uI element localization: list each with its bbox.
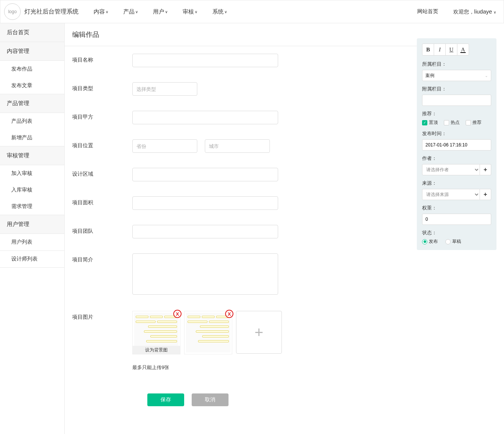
label-project-owner: 项目甲方 [72,111,132,121]
label-publish-time: 发布时间： [422,130,491,137]
site-title: 灯光社后台管理系统 [24,8,79,16]
side-panel: B I U A 所属栏目： 案例 ⌄ 附属栏目： 推荐： 置顶 热点 推荐 发布… [417,38,496,250]
label-project-intro: 项目简介 [72,253,132,263]
label-status: 状态： [422,229,491,236]
delete-image-button[interactable]: X [173,310,182,318]
sidebar-audit-head[interactable]: 审核管理 [0,146,64,165]
chevron-down-icon: ∨ [224,10,227,14]
sidebar-item-user-list[interactable]: 用户列表 [0,234,64,251]
image-thumb[interactable]: X 设为背景图 [132,311,180,354]
radio-draft[interactable]: 草稿 [445,238,461,245]
nav-audit[interactable]: 审核∨ [183,8,197,15]
project-owner-input[interactable] [132,111,278,124]
label-source: 来源： [422,180,491,187]
bold-button[interactable]: B [422,44,434,56]
sidebar-item-publish-article[interactable]: 发布文章 [0,77,64,94]
project-size-input[interactable] [132,196,278,210]
radio-publish[interactable]: 发布 [422,238,438,245]
label-project-location: 项目位置 [72,139,132,149]
delete-image-button[interactable]: X [225,310,233,318]
user-menu[interactable]: 欢迎您，liudaye ∨ [453,8,496,15]
province-input[interactable] [132,139,197,153]
label-project-size: 项目面积 [72,196,132,206]
sidebar-item-join-audit[interactable]: 加入审核 [0,165,64,182]
chevron-down-icon: ∨ [493,10,496,14]
sidebar-item-add-product[interactable]: 新增产品 [0,130,64,146]
attach-input[interactable] [422,95,491,106]
add-source-button[interactable]: + [480,189,491,200]
header: logo 灯光社后台管理系统 内容∨ 产品∨ 用户∨ 审核∨ 系统∨ 网站首页 … [0,0,504,23]
font-color-button[interactable]: A [457,44,469,56]
label-design-area: 设计区域 [72,168,132,178]
project-name-input[interactable] [132,54,278,67]
logo: logo [4,3,21,20]
image-hint: 最多只能上传9张 [132,364,409,371]
sidebar-user-head[interactable]: 用户管理 [0,215,64,234]
top-nav: 内容∨ 产品∨ 用户∨ 审核∨ 系统∨ [94,8,227,15]
checkbox-top[interactable]: 置顶 [422,119,438,126]
plus-icon: + [254,325,263,340]
label-project-type: 项目类型 [72,82,132,92]
sidebar-item-stock-audit[interactable]: 入库审核 [0,182,64,198]
checkbox-recommend[interactable]: 推荐 [466,119,481,126]
project-intro-textarea[interactable] [132,253,278,295]
underline-button[interactable]: U [445,44,457,56]
author-select[interactable]: 请选择作者 [422,164,480,175]
project-type-select[interactable] [132,82,197,96]
label-project-name: 项目名称 [72,54,132,63]
set-background-button[interactable]: 设为背景图 [133,346,180,354]
image-thumb[interactable]: X [184,311,232,354]
label-author: 作者： [422,155,491,162]
image-preview [186,313,230,353]
sidebar-content-head[interactable]: 内容管理 [0,42,64,61]
city-input[interactable] [205,139,270,153]
project-team-input[interactable] [132,225,278,238]
sidebar-home[interactable]: 后台首页 [0,23,64,42]
cancel-button[interactable]: 取消 [192,393,229,406]
page-title: 编辑作品 [65,23,417,46]
label-attach: 附属栏目： [422,86,491,92]
source-select[interactable]: 请选择来源 [422,189,480,200]
checkbox-hot[interactable]: 热点 [444,119,460,126]
category-select[interactable]: 案例 ⌄ [422,70,491,81]
sidebar-item-demand[interactable]: 需求管理 [0,198,64,215]
form-area: 编辑作品 项目名称 项目类型 项目甲方 项目位置 设计区域 [65,23,417,434]
sidebar-item-product-list[interactable]: 产品列表 [0,113,64,130]
chevron-down-icon: ∨ [135,10,138,14]
label-project-images: 项目图片 [72,311,132,321]
label-weight: 权重： [422,205,491,211]
label-project-team: 项目团队 [72,225,132,235]
sidebar-item-designer-list[interactable]: 设计师列表 [0,251,64,268]
sidebar-item-publish-work[interactable]: 发布作品 [0,61,64,77]
site-home-link[interactable]: 网站首页 [417,8,438,15]
add-image-button[interactable]: + [236,311,282,354]
nav-user[interactable]: 用户∨ [153,8,168,15]
save-button[interactable]: 保存 [147,393,184,406]
weight-input[interactable] [422,214,491,225]
nav-product[interactable]: 产品∨ [123,8,138,15]
chevron-down-icon: ∨ [195,10,197,14]
sidebar-product-head[interactable]: 产品管理 [0,94,64,113]
design-area-input[interactable] [132,168,278,181]
publish-time-input[interactable] [422,139,491,151]
format-toolbar: B I U A [422,44,491,56]
nav-content[interactable]: 内容∨ [94,8,108,15]
chevron-down-icon: ⌄ [485,74,488,78]
chevron-down-icon: ∨ [165,10,168,14]
label-recommend: 推荐： [422,110,491,117]
chevron-down-icon: ∨ [106,10,108,14]
italic-button[interactable]: I [434,44,446,56]
sidebar: 后台首页 内容管理 发布作品 发布文章 产品管理 产品列表 新增产品 审核管理 … [0,23,65,434]
add-author-button[interactable]: + [480,164,491,175]
nav-system[interactable]: 系统∨ [212,8,227,15]
label-category: 所属栏目： [422,61,491,68]
